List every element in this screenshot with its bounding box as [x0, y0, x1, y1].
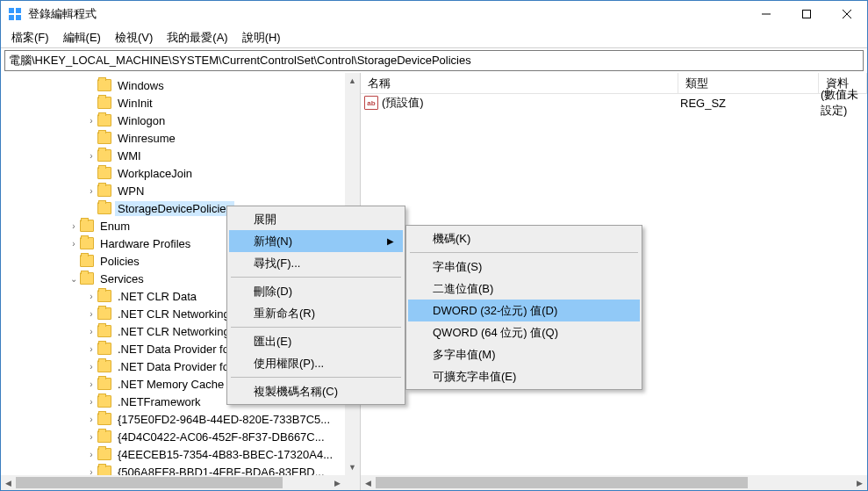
chevron-right-icon[interactable]: › — [85, 116, 97, 126]
separator — [231, 327, 401, 328]
scroll-right-icon[interactable]: ▶ — [330, 475, 345, 490]
menu-edit[interactable]: 編輯(E) — [58, 28, 106, 47]
svg-rect-0 — [9, 8, 14, 13]
folder-icon — [97, 413, 111, 425]
ctx-new-binary[interactable]: 二進位值(B) — [408, 278, 640, 300]
chevron-right-icon[interactable]: › — [85, 362, 97, 372]
ctx-new-string[interactable]: 字串值(S) — [408, 256, 640, 278]
value-name: (預設值) — [382, 95, 680, 111]
chevron-right-icon[interactable]: › — [85, 151, 97, 161]
folder-icon — [97, 149, 111, 162]
chevron-right-icon[interactable]: › — [85, 397, 97, 407]
chevron-right-icon[interactable]: › — [68, 239, 80, 249]
menu-help[interactable]: 說明(H) — [237, 28, 286, 47]
tree-item-label: WMI — [115, 148, 144, 163]
folder-icon — [80, 272, 94, 285]
folder-icon — [97, 290, 111, 302]
ctx-delete[interactable]: 刪除(D) — [229, 280, 403, 302]
tree-item-label: .NET CLR Networking — [115, 307, 233, 321]
svg-rect-2 — [9, 15, 14, 20]
minimize-button[interactable] — [746, 1, 786, 27]
scroll-thumb[interactable] — [16, 477, 283, 488]
scroll-thumb[interactable] — [376, 477, 748, 488]
folder-icon — [97, 325, 111, 337]
value-row[interactable]: ab (預設值) REG_SZ (數值未設定) — [361, 94, 867, 112]
ctx-find[interactable]: 尋找(F)... — [229, 252, 403, 274]
new-submenu: 機碼(K) 字串值(S) 二進位值(B) DWORD (32-位元) 值(D) … — [405, 225, 642, 390]
string-value-icon: ab — [364, 96, 378, 110]
folder-icon — [97, 202, 111, 214]
chevron-right-icon[interactable]: › — [85, 432, 97, 442]
tree-item-label: WPN — [115, 184, 147, 199]
window-title: 登錄編輯程式 — [28, 6, 746, 22]
close-button[interactable] — [827, 1, 867, 27]
tree-item[interactable]: Winresume — [1, 129, 360, 147]
maximize-button[interactable] — [786, 1, 827, 27]
tree-item[interactable]: ›WPN — [1, 182, 360, 199]
tree-item-label: Services — [97, 271, 147, 286]
ctx-permissions[interactable]: 使用權限(P)... — [229, 352, 403, 374]
menu-file[interactable]: 檔案(F) — [6, 28, 54, 47]
tree-item-label: Winlogon — [115, 113, 168, 128]
tree-item[interactable]: ›Winlogon — [1, 112, 360, 129]
chevron-right-icon[interactable]: › — [85, 186, 97, 196]
scroll-down-icon[interactable]: ▼ — [345, 460, 360, 475]
tree-item-label: StorageDevicePolicies — [115, 201, 234, 216]
tree-item[interactable]: WinInit — [1, 94, 360, 112]
tree-item[interactable]: ›WMI — [1, 147, 360, 164]
folder-icon — [97, 430, 111, 443]
ctx-new-key[interactable]: 機碼(K) — [408, 227, 640, 249]
chevron-right-icon[interactable]: › — [85, 415, 97, 424]
folder-icon — [80, 220, 94, 232]
col-type[interactable]: 類型 — [678, 73, 819, 93]
chevron-right-icon[interactable]: › — [85, 379, 97, 389]
chevron-right-icon[interactable]: › — [85, 344, 97, 354]
col-name[interactable]: 名稱 — [361, 73, 678, 93]
chevron-right-icon[interactable]: › — [85, 327, 97, 336]
tree-item-label: WinInit — [115, 96, 155, 111]
menu-favorites[interactable]: 我的最愛(A) — [161, 28, 233, 47]
chevron-right-icon[interactable]: › — [85, 450, 97, 459]
ctx-new-expandstring[interactable]: 可擴充字串值(E) — [408, 365, 640, 387]
tree-item[interactable]: Windows — [1, 76, 360, 94]
tree-item-label: Hardware Profiles — [97, 236, 193, 251]
address-bar[interactable]: 電腦\HKEY_LOCAL_MACHINE\SYSTEM\CurrentCont… — [4, 50, 864, 71]
ctx-new-dword[interactable]: DWORD (32-位元) 值(D) — [408, 300, 640, 321]
ctx-rename[interactable]: 重新命名(R) — [229, 302, 403, 324]
folder-icon — [97, 448, 111, 460]
scroll-up-icon[interactable]: ▲ — [345, 73, 360, 88]
separator — [231, 377, 401, 378]
tree-item[interactable]: WorkplaceJoin — [1, 164, 360, 182]
scroll-left-icon[interactable]: ◀ — [1, 475, 16, 490]
ctx-copy-key-name[interactable]: 複製機碼名稱(C) — [229, 380, 403, 402]
tree-item[interactable]: ›{175E0FD2-964B-44ED-820E-733B7C5... — [1, 410, 360, 428]
maximize-icon — [802, 10, 811, 18]
ctx-export[interactable]: 匯出(E) — [229, 330, 403, 352]
value-horizontal-scrollbar[interactable]: ◀ ▶ — [361, 475, 867, 490]
tree-item-label: .NET CLR Data — [115, 289, 199, 304]
tree-item[interactable]: ›{4D4C0422-AC06-452F-8F37-DB667C... — [1, 428, 360, 445]
folder-icon — [80, 255, 94, 267]
chevron-down-icon[interactable]: ⌄ — [68, 274, 80, 284]
svg-rect-3 — [16, 15, 21, 20]
ctx-new[interactable]: 新增(N)▶ — [229, 230, 403, 252]
tree-item-label: {4D4C0422-AC06-452F-8F37-DB667C... — [115, 430, 327, 444]
menubar: 檔案(F) 編輯(E) 檢視(V) 我的最愛(A) 說明(H) — [1, 27, 867, 48]
folder-icon — [97, 343, 111, 355]
tree-horizontal-scrollbar[interactable]: ◀ ▶ — [1, 475, 345, 490]
folder-icon — [97, 395, 111, 408]
tree-item-label: Policies — [97, 254, 142, 269]
menu-view[interactable]: 檢視(V) — [110, 28, 158, 47]
chevron-right-icon[interactable]: › — [68, 221, 80, 231]
scroll-right-icon[interactable]: ▶ — [852, 475, 867, 490]
folder-icon — [97, 114, 111, 126]
chevron-right-icon[interactable]: › — [85, 292, 97, 301]
ctx-new-qword[interactable]: QWORD (64 位元) 值(Q) — [408, 321, 640, 343]
tree-item[interactable]: ›{4EECEB15-7354-4B83-BBEC-17320A4... — [1, 445, 360, 463]
folder-icon — [97, 97, 111, 109]
ctx-new-multistring[interactable]: 多字串值(M) — [408, 343, 640, 365]
tree-item-label: .NETFramework — [115, 394, 204, 409]
chevron-right-icon[interactable]: › — [85, 309, 97, 319]
ctx-expand[interactable]: 展開 — [229, 208, 403, 230]
scroll-left-icon[interactable]: ◀ — [361, 475, 376, 490]
